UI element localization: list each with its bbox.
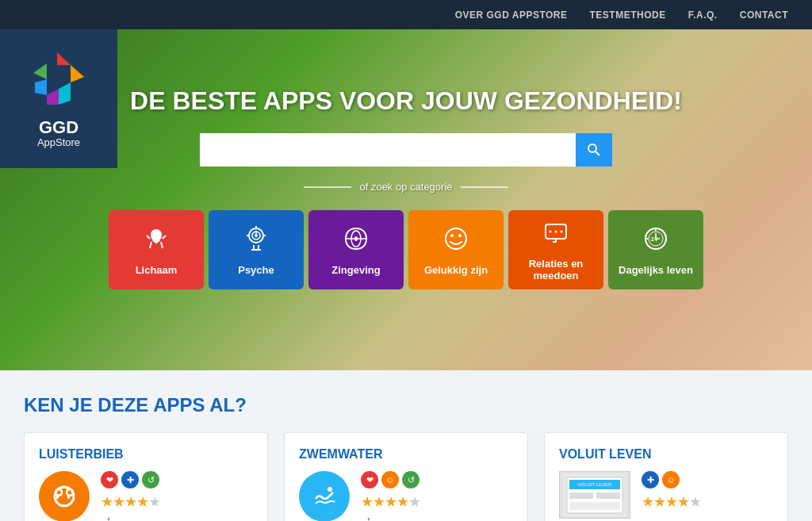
divider-line-right (461, 186, 508, 188)
category-tiles: Lichaam Psyche (109, 210, 703, 289)
divider-line-left (304, 186, 351, 188)
divider-text: of zoek op categorie (359, 181, 452, 193)
relaties-label: Relaties en meedoen (529, 258, 584, 282)
svg-point-20 (354, 236, 358, 241)
app-card-voluit[interactable]: VOLUIT LEVEN VOLUIT LEVEN ✚ (544, 432, 788, 521)
dagelijks-icon: 24 (642, 224, 670, 259)
category-gelukkig[interactable]: Gelukkig zijn (408, 210, 504, 289)
relaties-icon (542, 218, 570, 253)
psyche-label: Psyche (238, 264, 274, 276)
category-psyche[interactable]: Psyche (209, 210, 304, 289)
logo-box[interactable]: GGD AppStore (0, 29, 117, 168)
app-title-voluit: VOLUIT LEVEN (559, 447, 773, 462)
category-dagelijks[interactable]: 24 Dagelijks leven (608, 210, 703, 289)
badge-heart-2: ❤ (361, 471, 378, 488)
android-icon-2: 🤖 (361, 517, 377, 521)
app-cards: LUISTERBIEB ❤ ✚ ↺ (24, 432, 788, 521)
hero-content: DE BESTE APPS VOOR JOUW GEZONDHEID! of z… (0, 86, 812, 289)
category-zingeving[interactable]: Zingeving (308, 210, 404, 289)
platforms-zwemwater: 🤖 (361, 517, 420, 521)
app-icon-luisterbieb (39, 471, 90, 521)
nav-faq[interactable]: F.A.Q. (688, 10, 718, 21)
svg-rect-47 (596, 492, 620, 499)
badges-luisterbieb: ❤ ✚ ↺ (101, 471, 160, 488)
logo-ggd-text: GGD (39, 119, 79, 136)
android-icon: 🤖 (101, 517, 117, 521)
search-bar (200, 133, 612, 167)
svg-text:24: 24 (651, 236, 657, 242)
badge-smile: ☺ (381, 471, 399, 488)
svg-point-7 (588, 144, 596, 152)
app-body-zwemwater: ❤ ☺ ↺ ★★★★★ 🤖 (299, 471, 513, 521)
svg-text:VOLUIT LEVEN: VOLUIT LEVEN (578, 482, 612, 487)
badge-refresh: ↺ (142, 471, 159, 488)
navbar: OVER GGD APPSTORE TESTMETHODE F.A.Q. CON… (0, 0, 812, 29)
svg-point-16 (255, 234, 258, 237)
zingeving-icon (342, 224, 370, 259)
search-icon (587, 143, 601, 157)
hero-section: GGD AppStore DE BESTE APPS VOOR JOUW GEZ… (0, 29, 812, 370)
app-meta-zwemwater: ❤ ☺ ↺ ★★★★★ 🤖 (361, 471, 420, 521)
svg-rect-40 (56, 494, 59, 499)
lower-title: KEN JE DEZE APPS AL? (24, 394, 788, 416)
badge-psyche-2: ✚ (642, 471, 659, 488)
svg-rect-46 (569, 492, 593, 499)
lichaam-label: Lichaam (136, 264, 178, 276)
gelukkig-label: Gelukkig zijn (424, 264, 488, 276)
svg-point-25 (550, 231, 552, 233)
dagelijks-label: Dagelijks leven (619, 264, 693, 276)
category-lichaam[interactable]: Lichaam (109, 210, 204, 289)
app-title-zwemwater: ZWEMWATER (299, 447, 513, 462)
app-meta-voluit: ✚ ☺ ★★★★★ (642, 471, 701, 511)
svg-point-26 (555, 231, 557, 233)
logo-appstore-text: AppStore (37, 136, 80, 149)
badges-zwemwater: ❤ ☺ ↺ (361, 471, 420, 488)
nav-over-ggd[interactable]: OVER GGD APPSTORE (455, 10, 568, 21)
svg-point-23 (458, 234, 462, 237)
badge-heart: ❤ (101, 471, 118, 488)
svg-point-27 (561, 231, 563, 233)
app-card-zwemwater[interactable]: ZWEMWATER ❤ ☺ ↺ ★★★★★ (284, 432, 528, 521)
ggd-logo-icon (27, 49, 90, 113)
svg-point-9 (155, 240, 158, 243)
lower-section: KEN JE DEZE APPS AL? LUISTERBIEB (0, 370, 812, 521)
svg-rect-48 (569, 502, 620, 510)
zingeving-label: Zingeving (331, 264, 380, 276)
category-relaties[interactable]: Relaties en meedoen (508, 210, 603, 289)
platforms-luisterbieb: 🤖 (101, 517, 160, 521)
svg-point-22 (450, 234, 454, 237)
hero-title: DE BESTE APPS VOOR JOUW GEZONDHEID! (130, 86, 682, 116)
svg-line-8 (596, 151, 599, 155)
lichaam-icon (142, 224, 170, 259)
nav-contact[interactable]: CONTACT (740, 10, 788, 21)
badge-psyche: ✚ (121, 471, 139, 488)
app-card-luisterbieb[interactable]: LUISTERBIEB ❤ ✚ ↺ (24, 432, 268, 521)
stars-luisterbieb: ★★★★★ (101, 493, 160, 511)
app-title-luisterbieb: LUISTERBIEB (39, 447, 253, 462)
stars-zwemwater: ★★★★★ (361, 493, 420, 511)
app-meta-luisterbieb: ❤ ✚ ↺ ★★★★★ 🤖 (101, 471, 160, 521)
stars-voluit: ★★★★★ (642, 493, 701, 511)
search-input[interactable] (200, 133, 576, 167)
svg-point-42 (327, 487, 332, 492)
psyche-icon (242, 224, 270, 259)
badges-voluit: ✚ ☺ (642, 471, 701, 488)
search-divider: of zoek op categorie (304, 181, 508, 193)
badge-smile-2: ☺ (662, 471, 680, 488)
badge-refresh-2: ↺ (402, 471, 419, 488)
app-body-voluit: VOLUIT LEVEN ✚ ☺ ★★★★★ (559, 471, 773, 519)
gelukkig-icon (442, 224, 470, 259)
nav-testmethode[interactable]: TESTMETHODE (590, 10, 666, 21)
search-button[interactable] (576, 133, 612, 167)
app-body-luisterbieb: ❤ ✚ ↺ ★★★★★ 🤖 (39, 471, 253, 521)
app-screenshot-voluit: VOLUIT LEVEN (559, 471, 630, 519)
svg-point-21 (446, 228, 466, 249)
app-icon-zwemwater (299, 471, 350, 521)
svg-rect-41 (67, 494, 70, 499)
